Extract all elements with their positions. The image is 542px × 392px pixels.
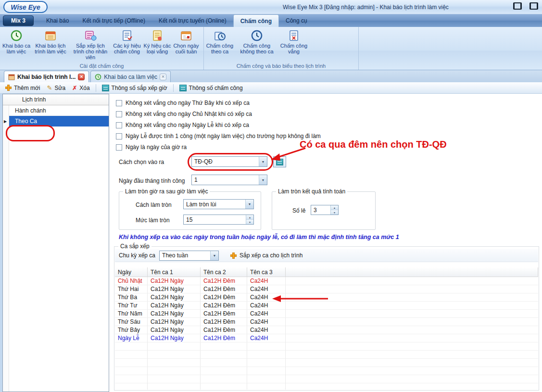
decimals-label: Số lẻ — [292, 207, 305, 214]
checkbox-row-sunday[interactable]: Không xét vắng cho ngày Chủ Nhật khi có … — [116, 110, 252, 118]
ribbon-button-cham-cong-khong-theo-ca[interactable]: Chấm công không theo ca — [235, 28, 279, 63]
table-row-empty — [115, 342, 538, 351]
absence-report-icon — [288, 29, 300, 42]
cell-day: Chủ Nhật — [115, 277, 148, 285]
round-level-spinner[interactable]: 15 ▲ ▼ — [183, 215, 254, 225]
monitor-icon[interactable] — [513, 2, 522, 10]
menu-tab-cham-cong[interactable]: Chấm công — [233, 14, 279, 27]
ribbon-button-cham-cong-vang[interactable]: Chấm công vắng — [279, 28, 309, 63]
cell-day: Thứ Năm — [115, 310, 148, 318]
table-row-friday[interactable]: Thứ Sáu Ca12H Ngày Ca12H Đêm Ca24H — [115, 318, 538, 326]
annotation-text: Có ca qua đêm nên chọn TĐ-QĐ — [300, 139, 447, 150]
ribbon-button-label: Chấm công theo ca — [206, 43, 234, 54]
cell-shift1: Ca12H Ngày — [148, 285, 201, 293]
chevron-down-icon[interactable]: ▼ — [245, 200, 253, 209]
plus-icon — [230, 253, 237, 259]
ribbon-button-khai-bao-ca-lam-viec[interactable]: Khai báo ca làm việc — [1, 28, 32, 63]
cycle-select[interactable]: Theo tuần ▼ — [159, 251, 219, 261]
menu-tab-khai-bao[interactable]: Khai báo — [39, 14, 76, 27]
delete-label: Xóa — [79, 85, 89, 91]
arrange-shifts-button[interactable]: Sắp xếp ca cho lịch trình — [228, 251, 304, 260]
column-header-shift1[interactable]: Tên ca 1 — [148, 267, 201, 277]
ribbon-button-khai-bao-lich-trinh[interactable]: Khai báo lịch trình làm việc — [32, 28, 69, 63]
table-row-thursday[interactable]: Thứ Năm Ca12H Ngày Ca12H Đêm Ca24H — [115, 310, 538, 318]
close-icon[interactable]: × — [78, 74, 85, 80]
ribbon-button-cac-ky-hieu-cham-cong[interactable]: Các ký hiệu chấm công — [112, 28, 142, 63]
table-row-sunday[interactable]: Chủ Nhật Ca12H Ngày Ca12H Đêm Ca24H — [115, 277, 538, 285]
cell-shift2: Ca12H Đêm — [201, 277, 247, 285]
close-icon[interactable]: × — [160, 74, 166, 80]
round-method-value: Làm tròn lùi — [184, 200, 245, 209]
checkbox[interactable] — [116, 100, 122, 106]
table-row-tuesday[interactable]: Thứ Ba Ca12H Ngày Ca12H Đêm Ca24H — [115, 293, 538, 302]
spin-down-icon[interactable]: ▼ — [331, 210, 338, 215]
ribbon-button-ky-hieu-cac-loai-vang[interactable]: Ký hiệu các loại vắng — [142, 28, 172, 63]
add-new-button[interactable]: Thêm mới — [3, 84, 43, 92]
app-menu-button[interactable]: Mix 3 — [3, 15, 34, 26]
doc-tab-khai-bao-lich-trinh[interactable]: Khai báo lịch trình l... × — [4, 71, 89, 82]
chevron-down-icon[interactable]: ▼ — [259, 175, 267, 185]
spin-down-icon[interactable]: ▼ — [246, 220, 253, 224]
round-level-value: 15 — [184, 215, 246, 224]
menu-tab-ket-noi-online[interactable]: Kết nối trực tuyến (Online) — [152, 14, 233, 27]
cell-shift1: Ca12H Ngày — [148, 293, 201, 302]
ribbon-button-chon-ngay-cuoi-tuan[interactable]: Chọn ngày cuối tuần — [172, 28, 200, 63]
column-header-shift2[interactable]: Tên ca 2 — [201, 267, 247, 277]
inout-method-select[interactable]: TĐ-QĐ ▼ — [191, 156, 267, 167]
spin-up-icon[interactable]: ▲ — [331, 205, 338, 210]
cell-shift2: Ca12H Đêm — [201, 310, 247, 318]
ribbon-button-sap-xep-lich-trinh[interactable]: Sắp xếp lịch trình cho nhân viên — [69, 28, 112, 63]
table-row-monday[interactable]: Thứ Hai Ca12H Ngày Ca12H Đêm Ca24H — [115, 285, 538, 293]
checkbox-row-holiday-credit[interactable]: Ngày Lễ được tính 1 công (một ngày làm v… — [116, 132, 321, 140]
table-row-wednesday[interactable]: Thứ Tư Ca12H Ngày Ca12H Đêm Ca24H — [115, 302, 538, 310]
decimals-value: 3 — [311, 205, 330, 215]
shift-tab-icon — [95, 74, 101, 80]
edit-button[interactable]: ✎ Sửa — [45, 84, 68, 92]
checkbox-row-day-of-out-time[interactable]: Ngày là ngày của giờ ra — [116, 143, 187, 152]
ribbon-button-cham-cong-theo-ca[interactable]: Chấm công theo ca — [205, 28, 235, 63]
table-row-saturday[interactable]: Thứ Bảy Ca12H Ngày Ca12H Đêm Ca24H — [115, 326, 538, 334]
month-start-select[interactable]: 1 ▼ — [191, 175, 267, 185]
inout-settings-button[interactable] — [273, 156, 286, 167]
column-header-day[interactable]: Ngày — [115, 267, 148, 277]
cell-shift1: Ca12H Ngày — [148, 277, 201, 285]
menu-tab-cong-cu[interactable]: Công cụ — [279, 14, 314, 27]
ribbon-group-buttons: Khai báo ca làm việc Khai báo lịch trình… — [1, 28, 202, 63]
table-row-holiday[interactable]: Ngày Lễ Ca12H Ngày Ca12H Đêm Ca24H — [115, 334, 538, 342]
ribbon-button-label: Khai báo lịch trình làm việc — [33, 43, 68, 54]
column-header-shift3[interactable]: Tên ca 3 — [247, 267, 286, 277]
checkbox[interactable] — [116, 122, 122, 128]
chevron-down-icon[interactable]: ▼ — [210, 251, 218, 260]
cell-day: Thứ Bảy — [115, 326, 148, 334]
table-row-empty — [115, 359, 538, 367]
spin-up-icon[interactable]: ▲ — [246, 215, 253, 220]
window-icon[interactable] — [529, 2, 538, 10]
schedule-list-header: Lịch trình — [3, 94, 109, 105]
checkbox-row-holiday[interactable]: Không xét vắng cho ngày Ngày Lễ khi có x… — [116, 121, 249, 129]
table-row-empty — [115, 351, 538, 359]
cell-filler — [286, 318, 538, 326]
decimals-spinner[interactable]: 3 ▲ ▼ — [311, 205, 339, 215]
cell-filler — [286, 310, 538, 318]
round-out-time-group: Làm tròn giờ ra sau giờ làm việc Cách là… — [119, 191, 261, 230]
round-result-group: Làm tròn kết quả tính toán Số lẻ 3 ▲ ▼ — [272, 191, 376, 230]
cycle-value: Theo tuần — [160, 251, 210, 260]
doc-tab-khai-bao-ca-lam-viec[interactable]: Khai báo ca làm việc × — [90, 71, 171, 82]
params-attendance-button[interactable]: Thông số chấm công — [177, 84, 245, 92]
checkbox[interactable] — [116, 111, 122, 117]
toolbar-separator — [96, 84, 96, 92]
delete-button[interactable]: ✗ Xóa — [70, 84, 92, 92]
checkbox[interactable] — [116, 144, 122, 151]
cell-shift3: Ca24H — [247, 326, 286, 334]
params-sort-button[interactable]: Thông số sắp xếp giờ — [100, 84, 170, 92]
schedule-item-hanh-chanh[interactable]: Hành chánh — [9, 105, 109, 116]
checkbox[interactable] — [116, 133, 122, 139]
menu-tab-ket-noi-offline[interactable]: Kết nối trực tiếp (Offline) — [76, 14, 152, 27]
checkbox-row-saturday[interactable]: Không xét vắng cho ngày Thứ Bảy khi có x… — [116, 99, 250, 107]
spinner-buttons: ▲ ▼ — [330, 205, 338, 215]
round-method-select[interactable]: Làm tròn lùi ▼ — [183, 199, 254, 209]
clock-green-icon — [10, 29, 23, 42]
chevron-down-icon[interactable]: ▼ — [259, 157, 267, 166]
doc-tab-label: Khai báo ca làm việc — [104, 74, 157, 80]
schedule-item-theo-ca[interactable]: Theo Ca — [9, 116, 109, 126]
